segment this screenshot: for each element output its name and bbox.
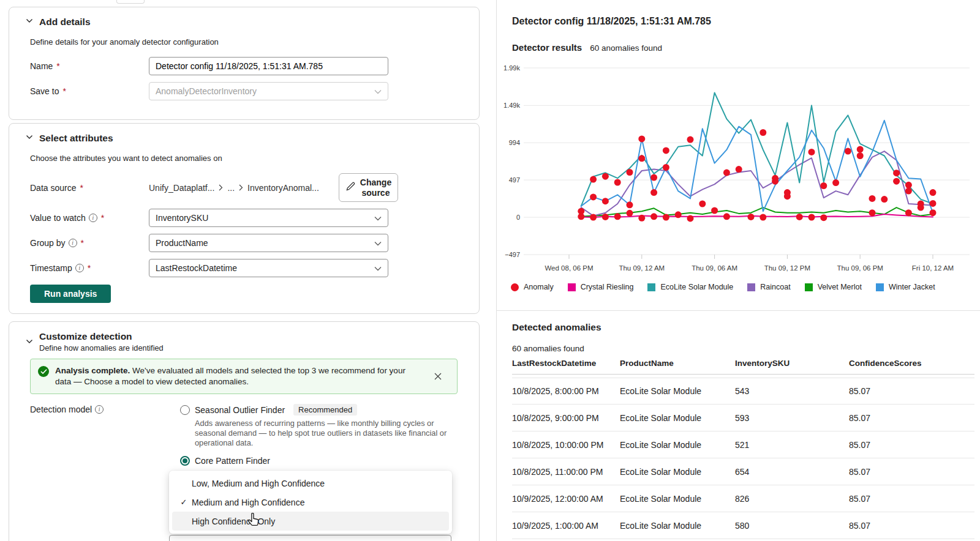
- value-to-watch-label: Value to watch: [30, 213, 86, 223]
- alert-bold-text: Analysis complete.: [55, 366, 130, 375]
- table-cell: EcoLite Solar Module: [620, 467, 735, 477]
- table-cell: 85.07: [849, 413, 974, 423]
- legend-item[interactable]: Winter Jacket: [876, 283, 935, 291]
- radio-option-seasonal-outlier-finder[interactable]: Seasonal Outlier Finder Recommended: [180, 404, 459, 416]
- required-asterisk: *: [88, 263, 91, 273]
- close-icon[interactable]: [434, 372, 442, 381]
- table-cell: 85.07: [849, 494, 974, 504]
- table-cell: 85.07: [849, 440, 974, 450]
- table-cell: 10/8/2025, 10:00:00 PM: [512, 440, 620, 450]
- legend-item[interactable]: Anomaly: [511, 283, 554, 291]
- table-cell: 85.07: [849, 386, 974, 396]
- detection-model-label: Detection model: [30, 405, 92, 414]
- table-row: 10/8/2025, 9:00:00 PMEcoLite Solar Modul…: [512, 405, 974, 431]
- table-cell: 85.07: [849, 467, 974, 477]
- legend-item[interactable]: Crystal Riesling: [568, 283, 634, 291]
- value-to-watch-dropdown[interactable]: InventorySKU: [149, 209, 388, 227]
- menu-item[interactable]: ✓Medium and High Confidence: [172, 493, 449, 512]
- breadcrumb-ellipsis[interactable]: ...: [227, 183, 235, 193]
- menu-item[interactable]: High Confidence Only: [172, 512, 449, 531]
- required-asterisk: *: [80, 183, 83, 193]
- breadcrumb-item[interactable]: Unify_Dataplatf...: [149, 183, 214, 193]
- detected-anomalies-count: 60 anomalies found: [512, 344, 584, 353]
- table-row: 10/9/2025, 1:00:00 AMEcoLite Solar Modul…: [512, 512, 974, 539]
- change-source-button[interactable]: Change source: [339, 173, 398, 202]
- section-subtitle: Choose the attributes you want to detect…: [9, 154, 479, 163]
- table-row: 10/8/2025, 11:00:00 PMEcoLite Solar Modu…: [512, 458, 974, 485]
- table-cell: EcoLite Solar Module: [620, 521, 735, 531]
- table-cell: 85.07: [849, 521, 974, 531]
- radio-selected-icon[interactable]: [180, 456, 190, 466]
- chevron-down-icon: [374, 86, 382, 96]
- detector-config-title: Detector config 11/18/2025, 1:51:31 AM.7…: [512, 16, 711, 27]
- chevron-down-icon[interactable]: [25, 337, 34, 348]
- save-to-dropdown[interactable]: AnomalyDetectorInventory: [149, 82, 388, 100]
- svg-text:−497: −497: [505, 251, 520, 258]
- legend-label: Winter Jacket: [889, 283, 935, 291]
- radio-label[interactable]: Core Pattern Finder: [195, 456, 270, 466]
- table-cell: 10/9/2025, 12:00:00 AM: [512, 494, 620, 504]
- success-check-icon: [38, 366, 49, 377]
- chevron-down-icon[interactable]: [25, 133, 34, 144]
- series-legend-marker: [876, 283, 884, 291]
- legend-label: EcoLite Solar Module: [660, 283, 733, 291]
- detection-model-row: Detection modeli Seasonal Outlier Finder…: [9, 404, 479, 466]
- data-source-label: Data source: [30, 183, 76, 193]
- table-cell: 10/8/2025, 9:00:00 PM: [512, 413, 620, 423]
- svg-text:1.99k: 1.99k: [503, 64, 520, 72]
- radio-label[interactable]: Seasonal Outlier Finder: [195, 405, 285, 415]
- chevron-right-icon: [239, 183, 243, 193]
- chevron-down-icon: [374, 263, 382, 273]
- legend-item[interactable]: Raincoat: [747, 283, 790, 291]
- required-asterisk: *: [56, 61, 59, 71]
- menu-item-label: Low, Medium and High Confidence: [192, 479, 325, 488]
- section-subtitle: Define how anomalies are identified: [39, 343, 164, 353]
- cut-off-top-element: [116, 0, 145, 4]
- group-by-row: Group byi* ProductName: [9, 234, 479, 252]
- analysis-complete-alert: Analysis complete. We've evaluated all m…: [30, 359, 458, 394]
- legend-item[interactable]: Velvet Merlot: [805, 283, 862, 291]
- run-analysis-button[interactable]: Run analysis: [30, 285, 111, 303]
- required-asterisk: *: [81, 238, 84, 248]
- name-field-row: Name*: [9, 57, 479, 75]
- group-by-dropdown[interactable]: ProductName: [149, 234, 388, 252]
- timestamp-row: Timestampi* LastRestockDatetime: [9, 259, 479, 277]
- name-input[interactable]: [149, 57, 388, 75]
- table-row: 10/8/2025, 8:00:00 PMEcoLite Solar Modul…: [512, 378, 974, 405]
- breadcrumb-item[interactable]: InventoryAnomal...: [247, 183, 319, 193]
- column-header: LastRestockDatetime: [512, 359, 620, 368]
- legend-label: Anomaly: [524, 283, 554, 291]
- column-header: ProductName: [620, 359, 735, 368]
- menu-item[interactable]: Low, Medium and High Confidence: [172, 474, 449, 493]
- legend-item[interactable]: EcoLite Solar Module: [647, 283, 733, 291]
- table-cell: 826: [735, 494, 849, 504]
- series-legend-marker: [568, 283, 576, 291]
- radio-icon[interactable]: [180, 405, 190, 415]
- table-cell: EcoLite Solar Module: [620, 413, 735, 423]
- menu-item-label: High Confidence Only: [192, 517, 275, 526]
- timestamp-value: LastRestockDatetime: [156, 263, 237, 273]
- menu-item-label: Medium and High Confidence: [192, 498, 304, 507]
- radio-option-core-pattern-finder[interactable]: Core Pattern Finder: [180, 456, 459, 466]
- group-by-value: ProductName: [156, 238, 208, 248]
- svg-text:Wed 08, 06 PM: Wed 08, 06 PM: [545, 264, 593, 272]
- column-header: ConfidenceScores: [849, 359, 974, 368]
- save-to-value: AnomalyDetectorInventory: [156, 86, 257, 96]
- results-chart: 1.99k1.49k9944970−497Wed 08, 06 PMThu 09…: [497, 60, 974, 280]
- cut-off-dropdown-control[interactable]: [169, 535, 451, 541]
- radio-description: Adds awareness of recurring patterns — l…: [195, 419, 459, 448]
- table-cell: 10/8/2025, 11:00:00 PM: [512, 467, 620, 477]
- chevron-down-icon[interactable]: [25, 17, 34, 28]
- chevron-down-icon: [374, 238, 382, 248]
- table-cell: EcoLite Solar Module: [620, 440, 735, 450]
- detected-anomalies-title: Detected anomalies: [512, 322, 601, 333]
- info-icon: i: [89, 214, 97, 222]
- name-label: Name: [30, 61, 53, 71]
- svg-text:Thu 09, 06 AM: Thu 09, 06 AM: [692, 264, 737, 272]
- legend-label: Crystal Riesling: [581, 283, 634, 291]
- table-cell: 580: [735, 521, 849, 531]
- series-legend-marker: [647, 283, 655, 291]
- legend-label: Raincoat: [760, 283, 790, 291]
- timestamp-dropdown[interactable]: LastRestockDatetime: [149, 259, 388, 277]
- table-row: 10/8/2025, 10:00:00 PMEcoLite Solar Modu…: [512, 431, 974, 458]
